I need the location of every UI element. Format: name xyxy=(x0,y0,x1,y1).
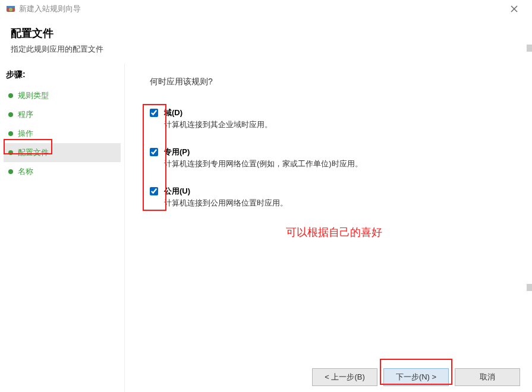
steps-label: 步骤: xyxy=(4,68,121,86)
bullet-icon xyxy=(8,169,13,174)
checkbox-texts: 公用(U) 计算机连接到公用网络位置时应用。 xyxy=(164,186,288,208)
sidebar-item-label: 规则类型 xyxy=(18,90,49,101)
bullet-icon xyxy=(8,112,13,117)
close-button[interactable] xyxy=(502,1,526,17)
content-panel: 何时应用该规则? 域(D) 计算机连接到其企业域时应用。 专用(P) 计算机连接… xyxy=(125,64,532,392)
checkbox-public[interactable] xyxy=(150,187,158,195)
checkbox-private[interactable] xyxy=(150,148,158,156)
scrollbar-stub xyxy=(527,45,532,52)
sidebar-item-label: 名称 xyxy=(18,166,33,177)
bullet-icon xyxy=(8,150,13,155)
checkbox-row-domain: 域(D) 计算机连接到其企业域时应用。 xyxy=(150,108,518,130)
window-title: 新建入站规则向导 xyxy=(19,4,502,14)
checkbox-row-private: 专用(P) 计算机连接到专用网络位置(例如，家或工作单位)时应用。 xyxy=(150,147,518,169)
sidebar-item-label: 程序 xyxy=(18,109,33,120)
checkbox-domain[interactable] xyxy=(150,109,158,117)
sidebar-item-program[interactable]: 程序 xyxy=(4,105,121,124)
checkbox-row-public: 公用(U) 计算机连接到公用网络位置时应用。 xyxy=(150,186,518,208)
checkbox-label: 专用(P) xyxy=(164,147,363,157)
checkbox-label: 域(D) xyxy=(164,108,272,118)
sidebar-item-label: 操作 xyxy=(18,128,33,139)
sidebar: 步骤: 规则类型 程序 操作 配置文件 名称 xyxy=(0,64,125,392)
checkbox-desc: 计算机连接到公用网络位置时应用。 xyxy=(164,198,288,208)
body: 步骤: 规则类型 程序 操作 配置文件 名称 何时应用该规则? 域(D) xyxy=(0,63,532,392)
content-prompt: 何时应用该规则? xyxy=(150,77,518,87)
sidebar-item-profile[interactable]: 配置文件 xyxy=(4,143,121,162)
checkbox-texts: 域(D) 计算机连接到其企业域时应用。 xyxy=(164,108,272,130)
firewall-icon xyxy=(6,4,15,14)
close-icon xyxy=(511,5,518,12)
bullet-icon xyxy=(8,131,13,136)
checkbox-texts: 专用(P) 计算机连接到专用网络位置(例如，家或工作单位)时应用。 xyxy=(164,147,363,169)
checkbox-desc: 计算机连接到专用网络位置(例如，家或工作单位)时应用。 xyxy=(164,159,363,169)
page-title: 配置文件 xyxy=(11,26,521,40)
scrollbar-stub xyxy=(527,284,532,291)
sidebar-item-action[interactable]: 操作 xyxy=(4,124,121,143)
svg-rect-1 xyxy=(7,6,15,8)
header: 配置文件 指定此规则应用的配置文件 xyxy=(0,18,532,59)
sidebar-item-label: 配置文件 xyxy=(18,147,49,158)
wizard-buttons: < 上一步(B) 下一步(N) > 取消 xyxy=(312,368,520,386)
next-button[interactable]: 下一步(N) > xyxy=(383,368,449,386)
sidebar-item-rule-type[interactable]: 规则类型 xyxy=(4,86,121,105)
page-subtitle: 指定此规则应用的配置文件 xyxy=(11,44,521,55)
sidebar-item-name[interactable]: 名称 xyxy=(4,162,121,181)
annotation-text: 可以根据自己的喜好 xyxy=(150,225,518,239)
checkbox-desc: 计算机连接到其企业域时应用。 xyxy=(164,119,272,130)
back-button[interactable]: < 上一步(B) xyxy=(312,368,377,386)
titlebar: 新建入站规则向导 xyxy=(0,0,532,18)
checkbox-label: 公用(U) xyxy=(164,186,288,197)
bullet-icon xyxy=(8,93,13,98)
svg-point-2 xyxy=(9,8,12,11)
cancel-button[interactable]: 取消 xyxy=(455,368,520,386)
